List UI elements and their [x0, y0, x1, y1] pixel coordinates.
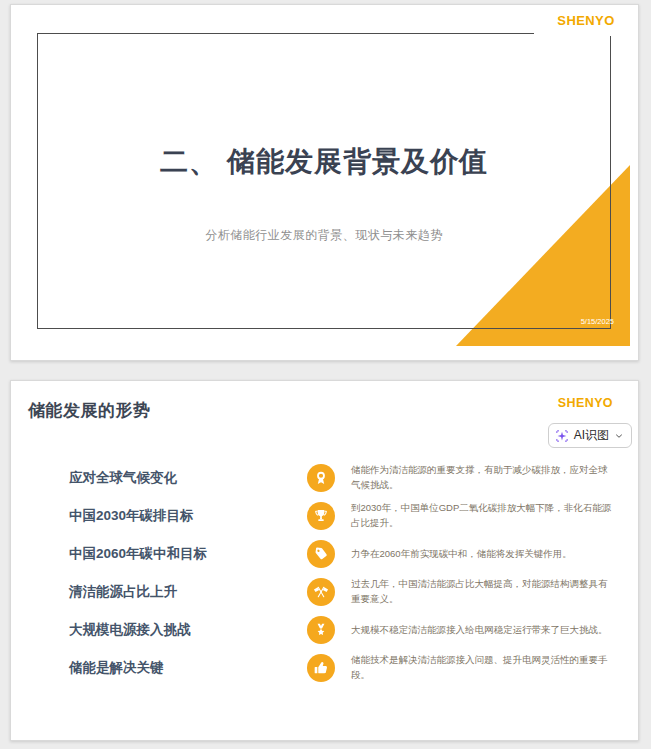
medal-star-icon — [307, 616, 335, 644]
item-label: 大规模电源接入挑战 — [69, 621, 191, 639]
list-item: 清洁能源占比上升 过去几年，中国清洁能源占比大幅提高，对能源结构调整具有重要意义… — [11, 573, 640, 611]
list-item: 中国2030年碳排目标 到2030年，中国单位GDP二氧化碳排放大幅下降，非化石… — [11, 497, 640, 535]
item-description: 大规模不稳定清洁能源接入给电网稳定运行带来了巨大挑战。 — [351, 623, 615, 638]
list-item: 应对全球气候变化 储能作为清洁能源的重要支撑，有助于减少碳排放，应对全球气候挑战… — [11, 459, 640, 497]
slide-1-border-frame — [37, 33, 611, 329]
item-description: 力争在2060年前实现碳中和，储能将发挥关键作用。 — [351, 547, 615, 562]
item-label: 清洁能源占比上升 — [69, 583, 177, 601]
slide-1-date: 5/15/2025 — [556, 317, 614, 326]
item-label: 中国2030年碳排目标 — [69, 507, 194, 525]
situation-list: 应对全球气候变化 储能作为清洁能源的重要支撑，有助于减少碳排放，应对全球气候挑战… — [11, 381, 640, 740]
slide-1-logo-box: SHENYO — [534, 5, 638, 36]
list-item: 中国2060年碳中和目标 力争在2060年前实现碳中和，储能将发挥关键作用。 — [11, 535, 640, 573]
item-label: 中国2060年碳中和目标 — [69, 545, 207, 563]
tag-icon — [307, 540, 335, 568]
slide-1-preview: SHENYO 二、 储能发展背景及价值 分析储能行业发展的背景、现状与未来趋势 … — [10, 4, 639, 361]
crossed-flags-icon — [307, 578, 335, 606]
item-description: 储能作为清洁能源的重要支撑，有助于减少碳排放，应对全球气候挑战。 — [351, 463, 615, 492]
item-description: 储能技术是解决清洁能源接入问题、提升电网灵活性的重要手段。 — [351, 653, 615, 682]
item-description: 到2030年，中国单位GDP二氧化碳排放大幅下降，非化石能源占比提升。 — [351, 501, 615, 530]
slide-2-preview: 储能发展的形势 SHENYO AI识图 应对全球气候变化 储能作为清洁能源的重要… — [10, 380, 639, 741]
slide-1-title: 二、 储能发展背景及价值 — [37, 143, 611, 181]
item-label: 储能是解决关键 — [69, 659, 164, 677]
list-item: 大规模电源接入挑战 大规模不稳定清洁能源接入给电网稳定运行带来了巨大挑战。 — [11, 611, 640, 649]
thumbs-up-icon — [307, 654, 335, 682]
trophy-icon — [307, 502, 335, 530]
item-label: 应对全球气候变化 — [69, 469, 177, 487]
item-description: 过去几年，中国清洁能源占比大幅提高，对能源结构调整具有重要意义。 — [351, 577, 615, 606]
award-medal-icon — [307, 464, 335, 492]
shenyo-logo: SHENYO — [557, 13, 614, 28]
list-item: 储能是解决关键 储能技术是解决清洁能源接入问题、提升电网灵活性的重要手段。 — [11, 649, 640, 687]
slide-1-subtitle: 分析储能行业发展的背景、现状与未来趋势 — [37, 227, 611, 244]
